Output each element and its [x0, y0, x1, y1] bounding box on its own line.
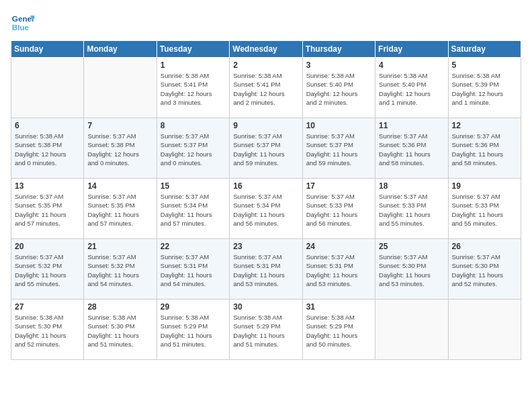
- calendar-cell: 26Sunrise: 5:37 AMSunset: 5:30 PMDayligh…: [448, 239, 521, 300]
- calendar-cell: 25Sunrise: 5:37 AMSunset: 5:30 PMDayligh…: [375, 239, 448, 300]
- day-number: 29: [161, 302, 226, 312]
- day-number: 21: [87, 242, 152, 251]
- calendar-cell: 2Sunrise: 5:38 AMSunset: 5:41 PMDaylight…: [230, 58, 302, 118]
- day-number: 28: [87, 302, 152, 312]
- day-number: 15: [161, 181, 226, 191]
- day-info: Sunrise: 5:37 AMSunset: 5:37 PMDaylight:…: [161, 132, 226, 167]
- calendar-cell: [375, 300, 448, 360]
- calendar-cell: 27Sunrise: 5:38 AMSunset: 5:30 PMDayligh…: [11, 300, 84, 360]
- svg-text:Blue: Blue: [12, 23, 30, 32]
- page-header: General Blue: [11, 11, 521, 35]
- day-info: Sunrise: 5:37 AMSunset: 5:36 PMDaylight:…: [452, 132, 517, 167]
- day-number: 22: [161, 242, 226, 251]
- calendar-cell: 3Sunrise: 5:38 AMSunset: 5:40 PMDaylight…: [302, 58, 375, 118]
- day-info: Sunrise: 5:37 AMSunset: 5:34 PMDaylight:…: [233, 192, 298, 228]
- calendar-cell: 12Sunrise: 5:37 AMSunset: 5:36 PMDayligh…: [448, 118, 521, 179]
- day-number: 7: [87, 121, 152, 130]
- calendar-week-4: 20Sunrise: 5:37 AMSunset: 5:32 PMDayligh…: [11, 239, 521, 300]
- calendar-cell: [84, 58, 157, 118]
- day-number: 30: [233, 302, 298, 312]
- day-number: 3: [306, 60, 371, 70]
- day-number: 12: [452, 121, 517, 130]
- day-info: Sunrise: 5:37 AMSunset: 5:34 PMDaylight:…: [161, 192, 226, 228]
- calendar-cell: 17Sunrise: 5:37 AMSunset: 5:33 PMDayligh…: [302, 179, 375, 239]
- calendar-cell: 10Sunrise: 5:37 AMSunset: 5:37 PMDayligh…: [302, 118, 375, 179]
- day-info: Sunrise: 5:38 AMSunset: 5:41 PMDaylight:…: [233, 71, 298, 107]
- weekday-header-sunday: Sunday: [11, 41, 84, 58]
- day-info: Sunrise: 5:38 AMSunset: 5:29 PMDaylight:…: [233, 313, 298, 349]
- calendar-cell: 4Sunrise: 5:38 AMSunset: 5:40 PMDaylight…: [375, 58, 448, 118]
- day-number: 25: [379, 242, 444, 251]
- calendar-cell: 13Sunrise: 5:37 AMSunset: 5:35 PMDayligh…: [11, 179, 84, 239]
- day-number: 19: [452, 181, 517, 191]
- day-number: 20: [15, 242, 80, 251]
- calendar-week-5: 27Sunrise: 5:38 AMSunset: 5:30 PMDayligh…: [11, 300, 521, 360]
- weekday-header-monday: Monday: [84, 41, 157, 58]
- day-number: 2: [233, 60, 298, 70]
- calendar-cell: 14Sunrise: 5:37 AMSunset: 5:35 PMDayligh…: [84, 179, 157, 239]
- day-info: Sunrise: 5:37 AMSunset: 5:33 PMDaylight:…: [306, 192, 371, 228]
- calendar-cell: [448, 300, 521, 360]
- day-info: Sunrise: 5:37 AMSunset: 5:30 PMDaylight:…: [452, 253, 517, 288]
- day-info: Sunrise: 5:38 AMSunset: 5:29 PMDaylight:…: [306, 313, 371, 349]
- day-number: 5: [452, 60, 517, 70]
- calendar-cell: 22Sunrise: 5:37 AMSunset: 5:31 PMDayligh…: [157, 239, 229, 300]
- day-number: 18: [379, 181, 444, 191]
- day-number: 24: [306, 242, 371, 251]
- calendar-cell: 9Sunrise: 5:37 AMSunset: 5:37 PMDaylight…: [230, 118, 302, 179]
- day-info: Sunrise: 5:37 AMSunset: 5:35 PMDaylight:…: [15, 192, 80, 228]
- calendar-cell: 29Sunrise: 5:38 AMSunset: 5:29 PMDayligh…: [157, 300, 229, 360]
- weekday-header-saturday: Saturday: [448, 41, 521, 58]
- calendar-cell: 28Sunrise: 5:38 AMSunset: 5:30 PMDayligh…: [84, 300, 157, 360]
- calendar-cell: 19Sunrise: 5:37 AMSunset: 5:33 PMDayligh…: [448, 179, 521, 239]
- day-info: Sunrise: 5:37 AMSunset: 5:32 PMDaylight:…: [87, 253, 152, 288]
- day-number: 6: [15, 121, 80, 130]
- calendar-cell: 7Sunrise: 5:37 AMSunset: 5:38 PMDaylight…: [84, 118, 157, 179]
- calendar-week-1: 1Sunrise: 5:38 AMSunset: 5:41 PMDaylight…: [11, 58, 521, 118]
- calendar-cell: 8Sunrise: 5:37 AMSunset: 5:37 PMDaylight…: [157, 118, 229, 179]
- calendar-week-3: 13Sunrise: 5:37 AMSunset: 5:35 PMDayligh…: [11, 179, 521, 239]
- day-info: Sunrise: 5:38 AMSunset: 5:30 PMDaylight:…: [87, 313, 152, 349]
- day-number: 1: [161, 60, 226, 70]
- day-number: 14: [87, 181, 152, 191]
- day-number: 16: [233, 181, 298, 191]
- day-number: 17: [306, 181, 371, 191]
- day-number: 10: [306, 121, 371, 130]
- day-info: Sunrise: 5:37 AMSunset: 5:37 PMDaylight:…: [306, 132, 371, 167]
- day-number: 13: [15, 181, 80, 191]
- day-info: Sunrise: 5:38 AMSunset: 5:38 PMDaylight:…: [15, 132, 80, 167]
- calendar-cell: 1Sunrise: 5:38 AMSunset: 5:41 PMDaylight…: [157, 58, 229, 118]
- calendar-cell: 31Sunrise: 5:38 AMSunset: 5:29 PMDayligh…: [302, 300, 375, 360]
- calendar-cell: 18Sunrise: 5:37 AMSunset: 5:33 PMDayligh…: [375, 179, 448, 239]
- day-number: 27: [15, 302, 80, 312]
- weekday-header-thursday: Thursday: [302, 41, 375, 58]
- calendar-cell: 21Sunrise: 5:37 AMSunset: 5:32 PMDayligh…: [84, 239, 157, 300]
- weekday-header-tuesday: Tuesday: [157, 41, 229, 58]
- calendar-table: SundayMondayTuesdayWednesdayThursdayFrid…: [11, 40, 521, 360]
- calendar-cell: 24Sunrise: 5:37 AMSunset: 5:31 PMDayligh…: [302, 239, 375, 300]
- day-number: 4: [379, 60, 444, 70]
- day-info: Sunrise: 5:38 AMSunset: 5:40 PMDaylight:…: [306, 71, 371, 107]
- logo: General Blue: [11, 11, 38, 35]
- calendar-cell: 30Sunrise: 5:38 AMSunset: 5:29 PMDayligh…: [230, 300, 302, 360]
- day-info: Sunrise: 5:37 AMSunset: 5:31 PMDaylight:…: [233, 253, 298, 288]
- day-info: Sunrise: 5:37 AMSunset: 5:33 PMDaylight:…: [379, 192, 444, 228]
- day-info: Sunrise: 5:37 AMSunset: 5:32 PMDaylight:…: [15, 253, 80, 288]
- day-number: 31: [306, 302, 371, 312]
- calendar-cell: 15Sunrise: 5:37 AMSunset: 5:34 PMDayligh…: [157, 179, 229, 239]
- day-info: Sunrise: 5:38 AMSunset: 5:40 PMDaylight:…: [379, 71, 444, 107]
- calendar-cell: 20Sunrise: 5:37 AMSunset: 5:32 PMDayligh…: [11, 239, 84, 300]
- day-info: Sunrise: 5:37 AMSunset: 5:30 PMDaylight:…: [379, 253, 444, 288]
- day-info: Sunrise: 5:38 AMSunset: 5:29 PMDaylight:…: [161, 313, 226, 349]
- calendar-cell: 5Sunrise: 5:38 AMSunset: 5:39 PMDaylight…: [448, 58, 521, 118]
- calendar-cell: 11Sunrise: 5:37 AMSunset: 5:36 PMDayligh…: [375, 118, 448, 179]
- calendar-cell: 16Sunrise: 5:37 AMSunset: 5:34 PMDayligh…: [230, 179, 302, 239]
- calendar-cell: [11, 58, 84, 118]
- day-info: Sunrise: 5:37 AMSunset: 5:35 PMDaylight:…: [87, 192, 152, 228]
- day-info: Sunrise: 5:37 AMSunset: 5:37 PMDaylight:…: [233, 132, 298, 167]
- day-number: 11: [379, 121, 444, 130]
- day-info: Sunrise: 5:37 AMSunset: 5:33 PMDaylight:…: [452, 192, 517, 228]
- day-info: Sunrise: 5:37 AMSunset: 5:31 PMDaylight:…: [306, 253, 371, 288]
- day-info: Sunrise: 5:38 AMSunset: 5:41 PMDaylight:…: [161, 71, 226, 107]
- day-number: 26: [452, 242, 517, 251]
